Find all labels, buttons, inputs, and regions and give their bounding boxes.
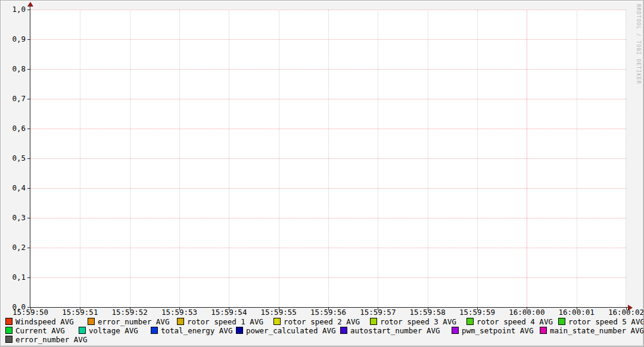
legend-label: power_calculated AVG <box>246 327 336 335</box>
x-tick-mark <box>477 308 478 310</box>
x-tick-mark <box>279 308 279 310</box>
legend-label: rotor speed 4 AVG <box>477 318 553 326</box>
y-tick-label: 0,2 <box>2 243 26 251</box>
y-tick-mark <box>27 277 30 278</box>
v-gridline <box>179 10 180 307</box>
x-tick-mark <box>229 308 229 310</box>
legend-swatch <box>177 318 184 325</box>
legend-swatch <box>236 327 243 334</box>
legend-label: rotor speed 2 AVG <box>284 318 360 326</box>
legend-label: rotor speed 3 AVG <box>380 318 456 326</box>
y-tick-mark <box>27 188 30 189</box>
v-gridline <box>428 10 428 307</box>
x-tick-mark <box>130 308 130 310</box>
y-tick-mark <box>27 248 30 248</box>
x-tick-label: 16:00:02 <box>601 308 644 316</box>
x-tick-mark <box>328 308 329 310</box>
rrdtool-watermark: RRDTOOL / TOBI OETIKER <box>636 4 642 85</box>
legend-label: autostart_number AVG <box>350 327 440 335</box>
v-gridline-major <box>527 10 527 307</box>
legend-swatch <box>540 327 547 334</box>
y-tick-mark <box>27 218 30 218</box>
v-gridline <box>130 10 130 307</box>
y-tick-mark <box>27 99 30 99</box>
v-gridline <box>80 10 80 307</box>
legend-label: Windspeed AVG <box>15 318 74 326</box>
v-gridline <box>328 10 329 307</box>
legend-swatch <box>5 318 13 325</box>
y-tick-label: 0,3 <box>2 214 26 221</box>
legend-swatch <box>340 327 347 334</box>
legend-swatch <box>5 327 13 334</box>
x-tick-mark <box>527 308 527 310</box>
v-gridline <box>626 10 626 307</box>
legend-swatch <box>5 336 13 343</box>
y-tick-label: 0,8 <box>2 65 26 73</box>
y-axis-line <box>30 6 30 307</box>
legend-swatch <box>370 318 377 325</box>
legend-swatch <box>151 327 158 334</box>
y-tick-label: 1,0 <box>2 5 26 13</box>
legend-label: voltage AVG <box>89 327 138 335</box>
legend-label: total_energy AVG <box>161 327 232 335</box>
legend-label: rotor speed 5 AVG <box>568 318 644 326</box>
legend-swatch <box>79 327 86 334</box>
v-gridline <box>378 10 378 307</box>
legend-swatch <box>558 318 565 325</box>
x-tick-mark <box>626 308 627 310</box>
rrdtool-graph: 1,00,90,80,70,60,50,40,30,20,10,0 15:59:… <box>0 0 644 347</box>
y-tick-mark <box>27 158 30 159</box>
plot-area <box>30 10 626 307</box>
x-tick-mark <box>428 308 428 310</box>
y-tick-label: 0,6 <box>2 124 26 132</box>
v-gridline <box>477 10 478 307</box>
v-gridline <box>577 10 577 307</box>
legend-swatch <box>466 318 474 325</box>
legend-label: Current AVG <box>15 327 65 335</box>
y-tick-label: 0,5 <box>2 154 26 162</box>
legend-swatch <box>88 318 95 325</box>
y-tick-label: 0,9 <box>2 35 26 43</box>
y-tick-mark <box>27 129 30 129</box>
x-tick-mark <box>80 308 80 310</box>
y-tick-mark <box>27 39 30 40</box>
y-tick-label: 0,7 <box>2 95 26 102</box>
legend-swatch <box>452 327 459 334</box>
x-tick-mark <box>577 308 577 310</box>
legend-swatch <box>273 318 281 325</box>
legend-label: rotor speed 1 AVG <box>187 318 263 326</box>
y-tick-label: 0,1 <box>2 273 26 281</box>
y-tick-mark <box>27 69 30 70</box>
v-gridline <box>229 10 229 307</box>
v-gridline <box>279 10 279 307</box>
legend-label: pwm_setpoint AVG <box>462 327 533 335</box>
y-tick-mark <box>27 10 30 10</box>
x-tick-mark <box>378 308 378 310</box>
y-tick-label: 0,4 <box>2 184 26 192</box>
x-tick-mark <box>30 308 31 310</box>
legend-label: main_state_number AVG <box>550 327 644 335</box>
y-axis-arrow-icon <box>27 2 33 7</box>
legend-label: error_number AVG <box>15 336 87 343</box>
x-tick-mark <box>179 308 180 310</box>
legend-label: error_number AVG <box>98 318 169 326</box>
